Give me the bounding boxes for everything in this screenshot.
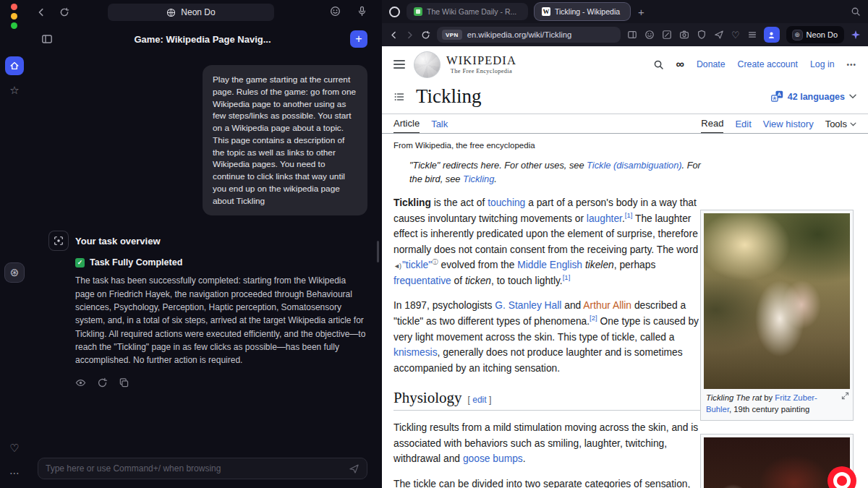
nav-reload-icon[interactable] — [421, 30, 430, 40]
bookmarks-nav-button[interactable]: ☆ — [5, 81, 24, 100]
tab-edit[interactable]: Edit — [735, 119, 751, 133]
tab-view-history[interactable]: View history — [763, 119, 814, 133]
expand-icon[interactable] — [841, 392, 849, 400]
chevron-down-icon — [850, 122, 856, 127]
inline-link[interactable]: Tickling — [463, 174, 494, 184]
reading-list-icon[interactable] — [747, 30, 757, 40]
split-view-icon[interactable] — [627, 30, 637, 40]
search-icon[interactable] — [653, 59, 664, 70]
more-menu-icon[interactable]: ••• — [846, 61, 856, 69]
more-options-button[interactable]: ⋯ — [5, 463, 24, 482]
close-window-button[interactable] — [11, 4, 17, 10]
text-segment: , generally does not produce laughter an… — [393, 347, 683, 374]
article-tabs: Article Talk Read Edit View history Tool… — [382, 114, 868, 134]
task-body: ✓ Task Fully Completed The task has been… — [75, 257, 365, 388]
inline-link[interactable]: goose bumps — [463, 453, 523, 464]
log-in-link[interactable]: Log in — [810, 59, 835, 69]
window-title-pill[interactable]: Neon Do — [108, 4, 274, 21]
mood-icon[interactable] — [644, 30, 655, 40]
opera-menu-icon[interactable] — [389, 7, 400, 17]
send-icon[interactable] — [349, 463, 359, 474]
shield-icon[interactable] — [697, 30, 707, 40]
paragraph-2: In 1897, psychologists G. Stanley Hall a… — [393, 298, 700, 376]
back-button[interactable] — [35, 6, 48, 19]
inline-link[interactable]: knismesis — [393, 347, 438, 358]
zoom-window-button[interactable] — [11, 22, 17, 29]
tab-read[interactable]: Read — [701, 118, 723, 133]
languages-button[interactable]: A 42 languages — [771, 90, 856, 103]
tab-tickling-wikipedia[interactable]: W Tickling - Wikipedia — [535, 3, 630, 20]
neon-do-button[interactable]: ⊛ Neon Do — [786, 26, 844, 43]
inline-link[interactable]: laughter — [587, 213, 622, 224]
reload-button[interactable] — [58, 6, 71, 19]
inline-link[interactable]: Tickle (disambiguation) — [587, 160, 681, 171]
languages-count: 42 languages — [788, 92, 845, 102]
neon-do-agent-button[interactable]: ⊛ — [5, 263, 24, 282]
chat-header: Game: Wikipedia Page Navig... + — [38, 25, 367, 53]
edit-icon[interactable] — [662, 30, 672, 40]
snapshot-icon[interactable] — [679, 30, 689, 40]
sidebar-toggle-icon[interactable] — [41, 33, 53, 45]
inline-link[interactable]: frequentative — [393, 275, 451, 286]
text-segment: "Tickle" redirects here. For other uses,… — [409, 160, 587, 171]
neon-do-label: Neon Do — [807, 30, 838, 39]
home-icon — [9, 61, 20, 71]
app-rail: ☆ ⊛ ♡ ⋯ — [0, 25, 29, 488]
neon-do-panel: Neon Do ☆ ⊛ ♡ ⋯ — [0, 0, 382, 488]
inline-link[interactable]: G. Stanley Hall — [495, 300, 561, 311]
nav-back-icon[interactable] — [389, 30, 399, 40]
heart-icon: ♡ — [9, 442, 19, 455]
microphone-icon[interactable] — [357, 6, 367, 17]
text-segment: Tickling The rat — [706, 393, 762, 402]
message-input[interactable] — [46, 463, 343, 474]
hatnote: "Tickle" redirects here. For other uses,… — [409, 158, 709, 186]
reactions-icon[interactable] — [330, 6, 341, 17]
text-segment: , 19th century painting — [729, 405, 809, 414]
tab-wiki-game[interactable]: The Wiki Game Daily - R... — [407, 3, 528, 20]
address-field[interactable]: VPN en.wikipedia.org/wiki/Tickling — [437, 27, 621, 43]
inline-link[interactable]: Middle English — [517, 260, 582, 270]
new-tab-button[interactable]: + — [638, 6, 644, 18]
more-icon: ⋯ — [9, 467, 20, 479]
create-account-link[interactable]: Create account — [738, 59, 798, 69]
donate-link[interactable]: Donate — [697, 59, 726, 69]
favorites-button[interactable]: ♡ — [5, 439, 24, 458]
browser-window: The Wiki Game Daily - R... W Tickling - … — [382, 0, 868, 488]
tab-search-icon[interactable] — [851, 7, 861, 17]
tab-talk[interactable]: Talk — [431, 119, 448, 133]
minimize-window-button[interactable] — [11, 13, 17, 20]
copy-icon[interactable] — [119, 377, 129, 388]
painting-image[interactable] — [704, 213, 850, 389]
new-task-button[interactable]: + — [350, 30, 367, 48]
inline-link[interactable]: edit — [472, 395, 486, 405]
nav-forward-icon[interactable] — [405, 30, 414, 40]
text-segment: The tickle can be divided into two separ… — [393, 479, 690, 488]
home-nav-button[interactable] — [5, 56, 24, 75]
main-menu-icon[interactable] — [393, 60, 405, 69]
composer — [38, 458, 367, 479]
retry-icon[interactable] — [97, 377, 108, 388]
inline-link[interactable]: "tickle" — [402, 260, 432, 270]
inline-link[interactable]: touching — [488, 197, 525, 208]
temporary-account-icon[interactable]: ∞ — [676, 58, 684, 71]
tab-article[interactable]: Article — [393, 118, 420, 133]
wikipedia-logo[interactable]: WIKIPEDIA The Free Encyclopedia — [414, 51, 516, 78]
language-icon: A — [771, 90, 783, 103]
text-segment: Tickling — [393, 197, 431, 208]
task-detail: The task has been successfully completed… — [75, 274, 367, 367]
tab-tools[interactable]: Tools — [825, 119, 856, 133]
view-icon[interactable] — [75, 377, 86, 388]
globe-icon — [166, 8, 176, 17]
vpn-badge[interactable]: VPN — [442, 30, 462, 40]
inline-link[interactable]: Arthur Allin — [583, 300, 631, 311]
profile-button[interactable] — [764, 27, 780, 43]
article-title-bar: Tickling A 42 languages — [382, 82, 868, 114]
sparkle-icon[interactable] — [851, 30, 861, 40]
contents-icon[interactable] — [393, 91, 405, 103]
screen: Neon Do ☆ ⊛ ♡ ⋯ — [0, 0, 868, 488]
chat-scrollbar[interactable] — [377, 241, 379, 262]
favorite-heart-icon[interactable]: ♡ — [731, 30, 740, 40]
share-icon[interactable] — [714, 30, 724, 40]
task-actions — [75, 377, 365, 388]
edit-section-link[interactable]: [ edit ] — [468, 395, 492, 405]
